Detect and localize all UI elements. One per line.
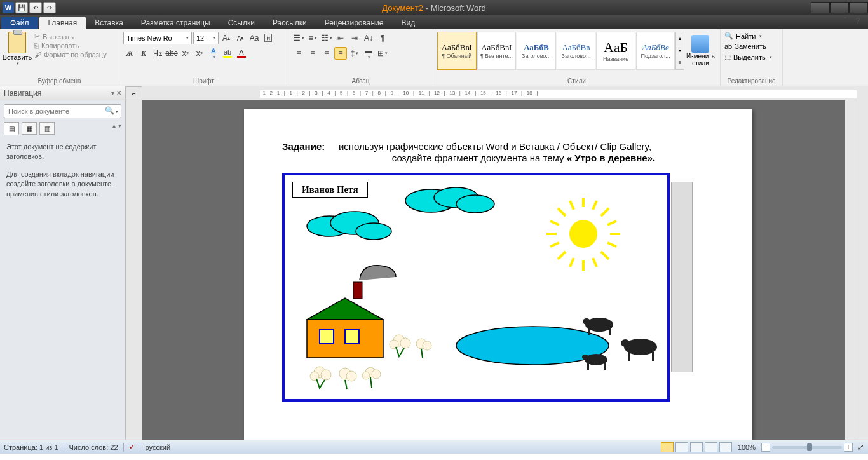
view-web-button[interactable] xyxy=(690,442,703,452)
tab-mailings[interactable]: Рассылки xyxy=(264,17,316,29)
text-effects-button[interactable]: A▾ xyxy=(207,47,220,60)
svg-rect-33 xyxy=(604,363,606,370)
style-nospacing[interactable]: АаБбВвІ¶ Без инте... xyxy=(477,32,517,70)
nav-close-button[interactable]: ✕ xyxy=(116,90,121,97)
tab-insert[interactable]: Вставка xyxy=(86,17,132,29)
vertical-ruler[interactable] xyxy=(126,100,142,440)
find-button[interactable]: 🔍Найти▾ xyxy=(723,30,780,41)
shading-button[interactable]: ▬▾ xyxy=(362,47,375,60)
tab-references[interactable]: Ссылки xyxy=(219,17,264,29)
zoom-slider[interactable] xyxy=(772,446,842,449)
clear-format-button[interactable]: 🄰 xyxy=(262,32,275,44)
highlight-button[interactable]: ab xyxy=(221,47,234,60)
styles-down-button[interactable]: ▾ xyxy=(676,44,684,57)
style-heading2[interactable]: АаБбВвЗаголово... xyxy=(557,32,596,70)
nav-message: Этот документ не содержит заголовков. Дл… xyxy=(0,135,125,214)
proofing-icon[interactable]: ✓ xyxy=(129,443,135,451)
ruler-toggle[interactable]: ⌐ xyxy=(126,86,142,100)
zoom-in-button[interactable]: + xyxy=(844,443,853,452)
vertical-scrollbar[interactable] xyxy=(845,100,857,440)
view-outline-button[interactable] xyxy=(705,442,717,452)
minimize-button[interactable] xyxy=(811,2,830,13)
object-anchor-panel[interactable] xyxy=(671,182,693,372)
font-size-combo[interactable]: 12▾ xyxy=(193,32,219,44)
paragraph-label: Абзац xyxy=(288,76,433,85)
zoom-out-button[interactable]: − xyxy=(761,443,770,452)
fullscreen-button[interactable]: ⤢ xyxy=(857,442,864,452)
subscript-button[interactable]: x2 xyxy=(179,47,192,60)
tab-layout[interactable]: Разметка страницы xyxy=(132,17,219,29)
font-color-button[interactable]: A xyxy=(235,47,248,60)
nav-tab-pages[interactable]: ▦ xyxy=(22,122,37,135)
nav-search-input[interactable] xyxy=(4,104,121,118)
status-language[interactable]: русский xyxy=(146,443,170,451)
tab-home[interactable]: Главная xyxy=(39,17,86,29)
change-case-button[interactable]: Aa xyxy=(248,32,261,44)
view-print-button[interactable] xyxy=(661,442,674,452)
maximize-button[interactable] xyxy=(830,2,849,13)
style-heading1[interactable]: АаБбВЗаголово... xyxy=(517,32,556,70)
line-spacing-button[interactable]: ‡▾ xyxy=(348,47,361,60)
sort-button[interactable]: A↓ xyxy=(362,32,375,44)
grow-font-button[interactable]: A▴ xyxy=(220,32,233,44)
nav-dropdown-button[interactable]: ▾ xyxy=(111,90,114,97)
svg-line-17 xyxy=(550,221,559,225)
format-painter-button[interactable]: 🖌Формат по образцу xyxy=(32,50,109,59)
numbering-button[interactable]: ≡▾ xyxy=(306,32,319,44)
tab-view[interactable]: Вид xyxy=(392,17,424,29)
nav-prev-button[interactable]: ▴ xyxy=(112,122,116,135)
change-styles-button[interactable]: Изменить стили xyxy=(685,32,716,70)
italic-button[interactable]: К xyxy=(137,47,150,60)
view-reading-button[interactable] xyxy=(675,442,688,452)
qat-save-button[interactable]: 💾 xyxy=(15,2,28,13)
bullets-button[interactable]: ☰▾ xyxy=(292,32,305,44)
multilevel-button[interactable]: ☷▾ xyxy=(320,32,333,44)
superscript-button[interactable]: x2 xyxy=(193,47,206,60)
align-left-button[interactable]: ≡ xyxy=(292,47,305,60)
ribbon-help-controls: ˇ ? xyxy=(840,17,863,25)
qat-undo-button[interactable]: ↶ xyxy=(29,2,42,13)
status-words[interactable]: Число слов: 22 xyxy=(69,443,118,451)
strike-button[interactable]: abc xyxy=(165,47,178,60)
shrink-font-button[interactable]: A▾ xyxy=(234,32,247,44)
style-title[interactable]: АаБНазвание xyxy=(596,32,635,70)
align-center-button[interactable]: ≡ xyxy=(306,47,319,60)
paste-button[interactable]: Вставить ▾ xyxy=(3,30,32,74)
status-page[interactable]: Страница: 1 из 1 xyxy=(4,443,58,451)
view-draft-button[interactable] xyxy=(719,442,732,452)
nav-next-button[interactable]: ▾ xyxy=(118,122,121,135)
search-icon[interactable]: 🔍▾ xyxy=(105,106,118,115)
style-subtitle[interactable]: АаБбВвПодзагол... xyxy=(636,32,675,70)
drawing-canvas[interactable]: Иванов Петя xyxy=(282,173,670,402)
underline-button[interactable]: Ч▾ xyxy=(151,47,164,60)
horizontal-ruler[interactable]: · 1 · 2 · 1 · | · 1 · | · 2 · | · 3 · | … xyxy=(142,86,857,100)
svg-point-39 xyxy=(423,341,431,350)
cut-button[interactable]: ✂Вырезать xyxy=(32,32,109,41)
replace-button[interactable]: abЗаменить xyxy=(723,41,780,51)
show-marks-button[interactable]: ¶ xyxy=(376,32,389,44)
select-button[interactable]: ⬚Выделить▾ xyxy=(723,51,780,62)
zoom-level[interactable]: 100% xyxy=(738,443,756,451)
help-button[interactable]: ? xyxy=(853,17,863,25)
decrease-indent-button[interactable]: ⇤ xyxy=(334,32,347,44)
page-viewport[interactable]: Задание: используя графические объекты W… xyxy=(142,100,845,440)
styles-more-button[interactable]: ≡ xyxy=(676,57,684,69)
style-normal[interactable]: АаБбВвІ¶ Обычный xyxy=(437,32,477,70)
font-name-combo[interactable]: Times New Ro▾ xyxy=(123,32,192,44)
increase-indent-button[interactable]: ⇥ xyxy=(348,32,361,44)
word-icon[interactable]: W xyxy=(3,2,14,13)
nav-tab-headings[interactable]: ▤ xyxy=(4,122,19,135)
align-right-button[interactable]: ≡ xyxy=(320,47,333,60)
tab-file[interactable]: Файл xyxy=(1,17,38,29)
borders-button[interactable]: ⊞▾ xyxy=(376,47,389,60)
minimize-ribbon-button[interactable]: ˇ xyxy=(840,17,850,25)
bold-button[interactable]: Ж xyxy=(123,47,136,60)
close-button[interactable] xyxy=(849,2,868,13)
copy-button[interactable]: ⎘Копировать xyxy=(32,41,109,50)
styles-up-button[interactable]: ▴ xyxy=(676,32,684,44)
nav-tab-results[interactable]: ▥ xyxy=(39,122,55,135)
qat-redo-button[interactable]: ↷ xyxy=(43,2,56,13)
tab-review[interactable]: Рецензирование xyxy=(316,17,393,29)
binoculars-icon: 🔍 xyxy=(724,32,733,40)
align-justify-button[interactable]: ≡ xyxy=(334,47,347,60)
